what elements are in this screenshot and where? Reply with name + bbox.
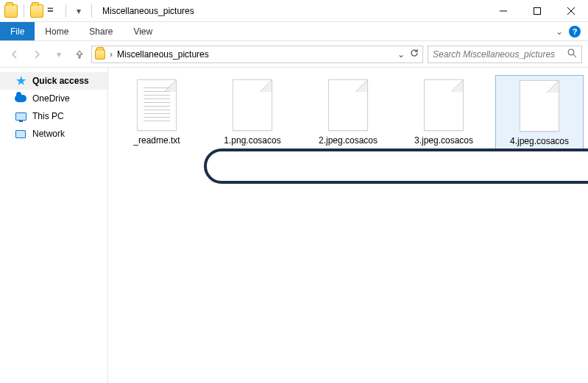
separator xyxy=(65,4,66,18)
tab-view[interactable]: View xyxy=(123,22,163,40)
folder-open-icon[interactable] xyxy=(30,4,43,18)
star-icon: ★ xyxy=(15,75,26,87)
address-bar[interactable]: Miscellaneous_pictures ⌄ xyxy=(91,46,423,63)
sidebar-item-this-pc[interactable]: This PC xyxy=(0,107,107,125)
svg-point-4 xyxy=(568,49,574,55)
sidebar-item-onedrive[interactable]: OneDrive xyxy=(0,90,107,107)
file-item[interactable]: 2.jpeg.cosacos xyxy=(304,75,392,151)
file-item[interactable]: 1.png.cosacos xyxy=(208,75,297,151)
window-controls xyxy=(486,0,588,22)
forward-button[interactable] xyxy=(28,46,46,63)
tab-home[interactable]: Home xyxy=(35,22,79,40)
search-icon[interactable] xyxy=(567,49,577,60)
svg-line-5 xyxy=(573,54,576,57)
file-name: 3.jpeg.cosacos xyxy=(414,135,473,146)
sidebar-item-label: OneDrive xyxy=(32,93,70,104)
recent-locations-dropdown[interactable]: ▾ xyxy=(50,46,68,63)
file-name: _readme.txt xyxy=(133,135,180,146)
pc-icon xyxy=(15,112,26,121)
cloud-icon xyxy=(15,95,26,102)
breadcrumb-item[interactable]: Miscellaneous_pictures xyxy=(117,49,209,60)
minimize-button[interactable] xyxy=(486,0,520,22)
generic-file-icon xyxy=(520,80,559,132)
tab-share[interactable]: Share xyxy=(79,22,123,40)
up-button[interactable] xyxy=(72,46,87,63)
qat-customize-dropdown[interactable] xyxy=(46,3,60,19)
sidebar-item-network[interactable]: Network xyxy=(0,125,107,143)
file-name: 1.png.cosacos xyxy=(224,135,280,146)
annotation-highlight-oval xyxy=(204,148,588,184)
back-button[interactable] xyxy=(6,46,24,63)
search-box[interactable] xyxy=(428,46,582,63)
file-list-pane[interactable]: _readme.txt 1.png.cosacos 2.jpeg.cosacos… xyxy=(108,68,588,383)
file-items: _readme.txt 1.png.cosacos 2.jpeg.cosacos… xyxy=(113,75,584,151)
search-input[interactable] xyxy=(433,49,567,60)
generic-file-icon xyxy=(328,79,368,131)
tab-file[interactable]: File xyxy=(0,22,35,40)
sidebar-item-label: This PC xyxy=(32,111,64,121)
navigation-toolbar: ▾ Miscellaneous_pictures ⌄ xyxy=(0,41,588,68)
text-file-icon xyxy=(137,79,177,131)
navigation-pane: ★ Quick access OneDrive This PC Network xyxy=(0,68,108,383)
svg-rect-1 xyxy=(534,7,541,14)
separator xyxy=(24,4,24,18)
file-item[interactable]: 4.jpeg.cosacos xyxy=(495,75,584,151)
quick-access-toolbar: ▾ xyxy=(4,3,95,19)
folder-icon xyxy=(95,49,105,60)
sidebar-item-label: Quick access xyxy=(32,76,89,86)
separator xyxy=(91,4,92,18)
ribbon-tabs: File Home Share View ⌄ ? xyxy=(0,22,588,41)
address-dropdown-icon[interactable]: ⌄ xyxy=(397,49,405,60)
breadcrumb-separator xyxy=(108,49,114,60)
generic-file-icon xyxy=(233,79,272,131)
window-title: Miscellaneous_pictures xyxy=(102,6,194,16)
file-item[interactable]: 3.jpeg.cosacos xyxy=(400,75,488,151)
ribbon-expand-icon[interactable]: ⌄ xyxy=(556,26,563,37)
file-name: 4.jpeg.cosacos xyxy=(510,136,569,146)
sidebar-item-quick-access[interactable]: ★ Quick access xyxy=(0,72,107,90)
refresh-button[interactable] xyxy=(409,48,419,60)
dropdown-icon[interactable]: ▾ xyxy=(72,3,85,19)
help-icon[interactable]: ? xyxy=(569,26,581,37)
generic-file-icon xyxy=(424,79,464,131)
file-item[interactable]: _readme.txt xyxy=(113,75,201,151)
body-area: ★ Quick access OneDrive This PC Network … xyxy=(0,68,588,383)
close-button[interactable] xyxy=(554,0,588,22)
title-bar: ▾ Miscellaneous_pictures xyxy=(0,0,588,22)
network-icon xyxy=(15,130,26,138)
file-name: 2.jpeg.cosacos xyxy=(319,135,378,146)
sidebar-item-label: Network xyxy=(32,129,65,139)
folder-icon xyxy=(4,4,18,18)
maximize-button[interactable] xyxy=(520,0,554,22)
